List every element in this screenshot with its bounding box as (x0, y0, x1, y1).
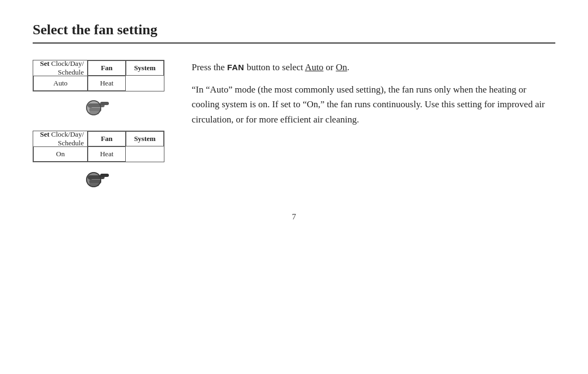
page: Select the fan setting Set Clock/Day/ Sc… (33, 22, 555, 222)
line1-or: or (323, 62, 336, 72)
paragraph-1: Press the FAN button to select Auto or O… (192, 60, 555, 75)
page-title: Select the fan setting (33, 22, 555, 44)
fan-value-on: On (33, 146, 88, 162)
system-header-auto: System (126, 60, 164, 76)
thermostat-auto: Set Clock/Day/ Schedule Fan System Auto … (33, 60, 164, 91)
auto-word: Auto (305, 62, 323, 72)
diagram-on: Set Clock/Day/ Schedule Fan System On He… (33, 131, 164, 191)
diagrams-section: Set Clock/Day/ Schedule Fan System Auto … (33, 60, 164, 191)
line1-pre: Press the (192, 62, 227, 72)
on-word: On (336, 62, 347, 72)
hand-icon-on (84, 167, 113, 191)
system-header-on: System (126, 131, 164, 146)
fan-header-auto: Fan (88, 60, 126, 76)
svg-rect-11 (100, 174, 109, 177)
svg-point-6 (88, 103, 93, 108)
svg-point-14 (88, 175, 93, 180)
fan-keyword: FAN (227, 63, 244, 72)
system-value-auto: Heat (88, 76, 126, 91)
line1-mid: button to select (244, 62, 305, 72)
fan-header-on: Fan (88, 131, 126, 146)
content-area: Set Clock/Day/ Schedule Fan System Auto … (33, 60, 555, 191)
thermostat-on: Set Clock/Day/ Schedule Fan System On He… (33, 131, 164, 162)
paragraph-2: “In “Auto” mode (the most commonly used … (192, 82, 555, 127)
fan-value-auto: Auto (33, 76, 88, 91)
svg-rect-3 (100, 102, 109, 105)
hand-icon-auto (84, 96, 113, 120)
page-number: 7 (33, 212, 555, 222)
svg-rect-12 (89, 180, 101, 183)
system-value-on: Heat (88, 146, 126, 162)
set-label-auto: Set Clock/Day/ Schedule (33, 60, 88, 76)
diagram-auto: Set Clock/Day/ Schedule Fan System Auto … (33, 60, 164, 120)
svg-rect-4 (89, 108, 101, 112)
line1-end: . (347, 62, 350, 72)
set-label-on: Set Clock/Day/ Schedule (33, 131, 88, 146)
description-section: Press the FAN button to select Auto or O… (192, 60, 555, 134)
